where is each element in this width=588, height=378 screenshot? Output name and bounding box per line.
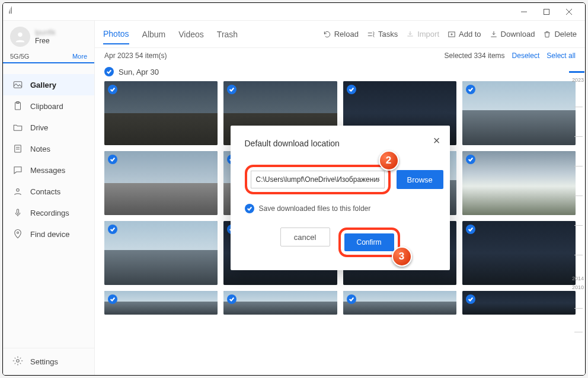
cancel-button[interactable]: cancel (280, 228, 330, 246)
profile-plan: Free (35, 37, 56, 45)
save-label: Save downloaded files to this folder (259, 204, 371, 213)
contacts-icon (12, 186, 23, 197)
step-marker: 2 (379, 150, 399, 171)
svg-point-13 (17, 232, 19, 233)
titlebar (3, 3, 585, 21)
storage-used: 5G/5G (10, 53, 29, 60)
sidebar-item-gallery[interactable]: Gallery (3, 74, 94, 95)
recordings-icon (12, 207, 23, 218)
location-icon (12, 229, 23, 239)
svg-point-4 (18, 33, 22, 37)
modal-overlay: Default download location × 2 Browse Sav… (95, 21, 585, 375)
minimize-button[interactable] (513, 3, 535, 21)
messages-icon (12, 165, 23, 175)
avatar (10, 27, 30, 47)
sidebar-item-settings[interactable]: Settings (3, 348, 94, 375)
sidebar-item-notes[interactable]: Notes (3, 138, 94, 159)
browse-button[interactable]: Browse (397, 170, 443, 189)
app-window: lpunfik Free 5G/5G More Gallery Clipboar… (2, 2, 586, 376)
sidebar-item-label: Gallery (30, 81, 56, 89)
sidebar-item-find-device[interactable]: Find device (3, 223, 94, 245)
clipboard-icon (12, 101, 23, 111)
sidebar-item-label: Notes (30, 145, 50, 153)
annotation-highlight: 2 (245, 165, 391, 194)
svg-rect-12 (17, 209, 19, 214)
storage-bar: 5G/5G More (3, 49, 94, 63)
close-icon[interactable]: × (433, 134, 440, 148)
save-checkbox[interactable] (245, 204, 254, 213)
profile-name: lpunfik (35, 28, 56, 37)
main: Photos Album Videos Trash Reload Tasks I… (95, 21, 585, 375)
sidebar: lpunfik Free 5G/5G More Gallery Clipboar… (3, 21, 95, 375)
sidebar-item-label: Recordings (30, 209, 69, 217)
svg-rect-1 (544, 9, 549, 14)
close-button[interactable] (558, 3, 580, 21)
sidebar-item-label: Messages (30, 166, 65, 175)
drive-icon (12, 122, 23, 133)
sidebar-item-label: Drive (30, 123, 48, 132)
svg-rect-8 (15, 145, 21, 152)
sidebar-item-label: Find device (30, 230, 69, 239)
notes-icon (12, 143, 23, 154)
download-path-input[interactable] (251, 171, 385, 188)
storage-more-link[interactable]: More (72, 53, 87, 60)
sidebar-item-contacts[interactable]: Contacts (3, 181, 94, 202)
confirm-button[interactable]: Confirm (344, 233, 394, 251)
gear-icon (12, 355, 23, 368)
sidebar-item-label: Settings (30, 357, 58, 366)
signal-icon (9, 7, 11, 14)
sidebar-item-label: Clipboard (30, 102, 63, 111)
sidebar-item-label: Contacts (30, 187, 60, 196)
svg-point-14 (17, 360, 20, 363)
gallery-icon (12, 79, 23, 90)
modal-title: Default download location (245, 139, 436, 148)
profile[interactable]: lpunfik Free (3, 21, 94, 49)
sidebar-item-clipboard[interactable]: Clipboard (3, 95, 94, 117)
step-marker: 3 (392, 246, 412, 267)
annotation-highlight: Confirm 3 (338, 228, 400, 257)
maximize-button[interactable] (535, 3, 558, 21)
sidebar-item-messages[interactable]: Messages (3, 159, 94, 181)
download-location-modal: Default download location × 2 Browse Sav… (231, 126, 450, 270)
sidebar-item-recordings[interactable]: Recordings (3, 202, 94, 223)
svg-point-11 (17, 189, 20, 192)
sidebar-item-drive[interactable]: Drive (3, 117, 94, 138)
